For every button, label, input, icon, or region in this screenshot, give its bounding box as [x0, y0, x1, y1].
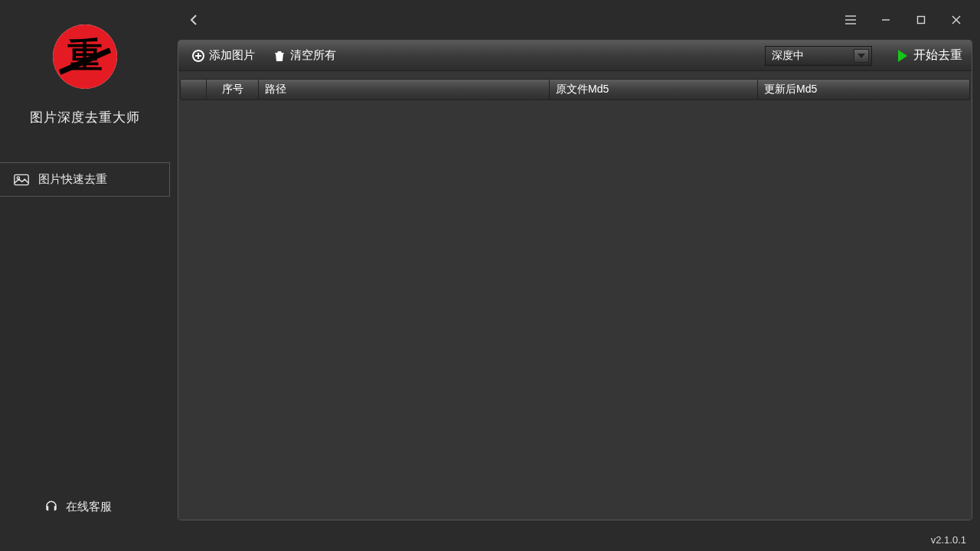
col-new-md5[interactable]: 更新后Md5	[758, 80, 969, 99]
depth-select-value: 深度中	[772, 49, 804, 63]
svg-marker-12	[858, 54, 865, 58]
support-label: 在线客服	[66, 500, 112, 514]
clear-all-button[interactable]: 清空所有	[266, 45, 344, 67]
support-link[interactable]: 在线客服	[0, 485, 170, 528]
back-button[interactable]	[185, 11, 204, 29]
brand-block: 重 图片深度去重大师	[0, 0, 170, 162]
side-nav: 图片快速去重	[0, 162, 170, 197]
add-image-label: 添加图片	[209, 48, 255, 63]
window-controls	[833, 8, 974, 32]
main-column: 添加图片 清空所有 深度中 开始去重	[170, 0, 980, 528]
close-button[interactable]	[939, 8, 974, 32]
hamburger-menu-button[interactable]	[833, 8, 868, 32]
clear-all-label: 清空所有	[290, 48, 336, 63]
app-logo: 重	[53, 24, 117, 89]
plus-circle-icon	[192, 50, 204, 62]
results-table: 序号 路径 原文件Md5 更新后Md5	[178, 71, 972, 520]
trash-icon	[273, 50, 286, 62]
start-dedup-button[interactable]: 开始去重	[889, 44, 965, 67]
table-header: 序号 路径 原文件Md5 更新后Md5	[180, 79, 970, 100]
headset-icon	[44, 500, 58, 514]
table-body	[180, 100, 970, 518]
col-orig-md5[interactable]: 原文件Md5	[550, 80, 758, 99]
sidebar-item-quick-dedup[interactable]: 图片快速去重	[0, 163, 169, 197]
col-checkbox	[181, 80, 207, 99]
image-icon	[14, 174, 29, 186]
version-label: v2.1.0.1	[931, 534, 966, 546]
sidebar: 重 图片深度去重大师 图片快速去重 在线客服	[0, 0, 170, 528]
add-image-button[interactable]: 添加图片	[185, 45, 263, 67]
titlebar	[170, 0, 980, 40]
maximize-button[interactable]	[903, 8, 939, 32]
work-area: 添加图片 清空所有 深度中 开始去重	[178, 40, 972, 520]
col-seq[interactable]: 序号	[207, 80, 259, 99]
logo-glyph: 重	[67, 37, 103, 73]
depth-select[interactable]: 深度中	[765, 46, 872, 66]
svg-rect-6	[918, 17, 925, 24]
app-title: 图片深度去重大师	[30, 109, 140, 126]
svg-rect-0	[15, 174, 28, 184]
sidebar-item-label: 图片快速去重	[38, 172, 107, 187]
chevron-down-icon	[854, 49, 869, 63]
col-path[interactable]: 路径	[259, 80, 550, 99]
toolbar: 添加图片 清空所有 深度中 开始去重	[178, 41, 972, 71]
footer: v2.1.0.1	[0, 528, 980, 551]
play-icon	[898, 50, 907, 62]
minimize-button[interactable]	[868, 8, 903, 32]
start-dedup-label: 开始去重	[913, 47, 962, 64]
